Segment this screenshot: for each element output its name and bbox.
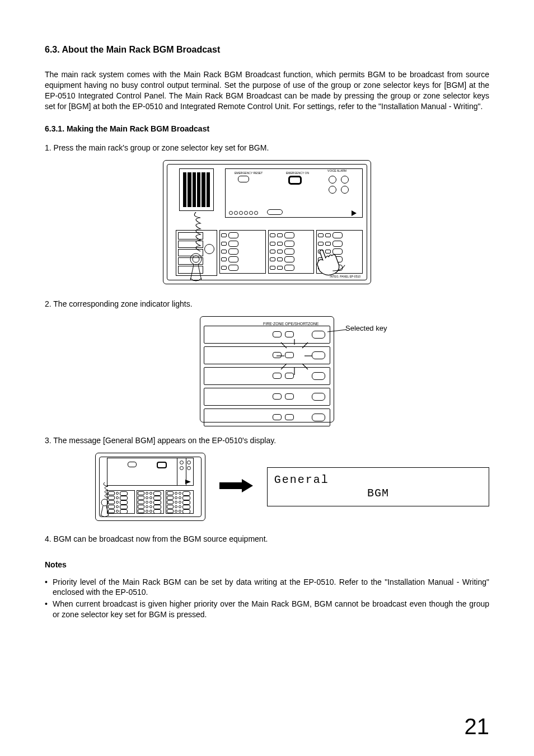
svg-marker-12 xyxy=(219,479,253,492)
callout-selected-key: Selected key xyxy=(345,324,387,332)
svg-line-9 xyxy=(302,364,308,369)
step-4: 4. BGM can be broadcast now from the BGM… xyxy=(45,534,489,543)
column-header-zone: ZONE xyxy=(308,322,318,326)
arrow-right-icon xyxy=(219,479,253,494)
figure-control-panel: EMERGENCY RESET EMERGENCY ON VOICE ALARM xyxy=(163,160,371,284)
note-item: Priority level of the Main Rack BGM can … xyxy=(53,577,489,598)
section-heading: 6.3. About the Main Rack BGM Broadcast xyxy=(45,45,489,55)
label-voice-alarm: VOICE ALARM xyxy=(327,169,346,172)
page-number: 21 xyxy=(465,714,490,739)
subsection-heading: 6.3.1. Making the Main Rack BGM Broadcas… xyxy=(45,124,489,133)
figure-panel-small xyxy=(95,453,205,521)
lcd-line-1: General xyxy=(274,473,482,487)
notes-heading: Notes xyxy=(45,560,489,569)
label-emergency-reset: EMERGENCY RESET xyxy=(235,171,263,175)
svg-line-6 xyxy=(281,342,287,348)
intro-paragraph: The main rack system comes with the Main… xyxy=(45,69,489,112)
svg-line-10 xyxy=(327,330,346,332)
label-emergency-on: EMERGENCY ON xyxy=(286,171,309,175)
note-item: When current broadcast is given higher p… xyxy=(53,599,489,620)
highlight-burst-icon xyxy=(272,339,317,384)
svg-line-8 xyxy=(281,364,287,369)
column-header-fire-zone: FIRE·ZONE OPE/SHORT xyxy=(263,322,308,326)
step-3: 3. The message [General BGM] appears on … xyxy=(45,436,489,445)
lcd-line-2: BGM xyxy=(274,487,482,500)
figure-zone-list: FIRE·ZONE OPE/SHORT ZONE xyxy=(200,316,334,422)
step-1: 1. Press the main rack's group or zone s… xyxy=(45,143,489,152)
lcd-display: General BGM xyxy=(267,467,489,506)
step-2: 2. The corresponding zone indicator ligh… xyxy=(45,299,489,308)
svg-line-7 xyxy=(302,342,308,348)
